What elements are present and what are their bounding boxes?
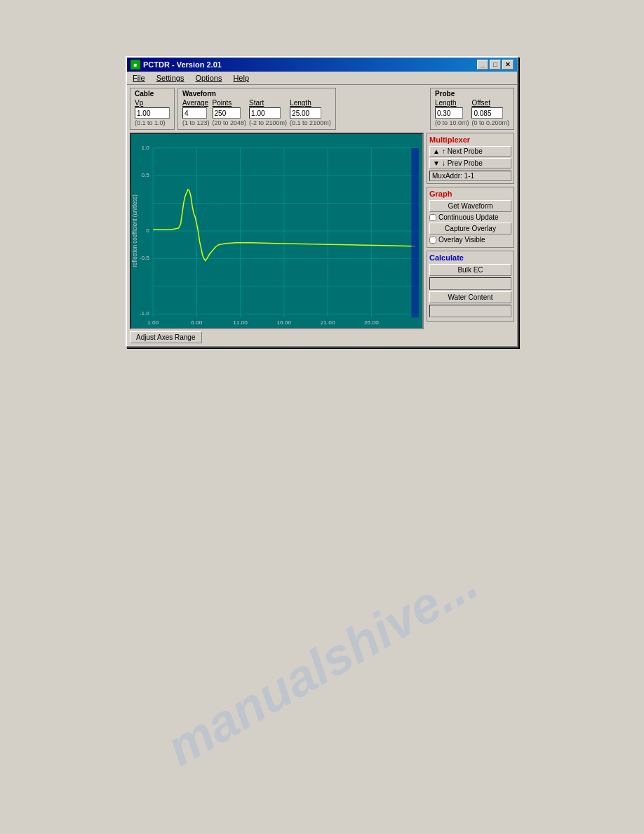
bulk-ec-button[interactable]: Bulk EC	[429, 264, 511, 276]
multiplexer-title: Multiplexer	[429, 135, 511, 144]
svg-text:6.00: 6.00	[191, 319, 203, 326]
probe-offset-label: Offset	[471, 99, 490, 107]
mux-buttons: ▲ ↑ Next Probe ▼ ↓ Prev Probe	[429, 146, 511, 168]
calculate-section: Calculate Bulk EC Water Content	[427, 251, 514, 322]
window-title: PCTDR - Version 2.01	[143, 60, 222, 69]
overlay-visible-checkbox[interactable]	[429, 237, 436, 244]
probe-label: Probe	[435, 90, 509, 98]
next-probe-button[interactable]: ▲ ↑ Next Probe	[429, 146, 511, 157]
main-window: ■ PCTDR - Version 2.01 _ □ ✕ File Settin…	[126, 56, 518, 348]
overlay-visible-label: Overlay Visible	[438, 236, 485, 244]
water-content-button[interactable]: Water Content	[429, 291, 511, 303]
continuous-update-label: Continuous Update	[438, 213, 499, 221]
overlay-visible-row: Overlay Visible	[429, 236, 511, 244]
title-bar: ■ PCTDR - Version 2.01 _ □ ✕	[127, 58, 517, 72]
menu-bar: File Settings Options Help	[127, 72, 517, 85]
vp-input[interactable]	[135, 107, 170, 119]
adjust-axes-button[interactable]: Adjust Axes Range	[130, 331, 202, 343]
probe-length-range: (0 to 10.0m)	[435, 119, 469, 126]
probe-fields: Length (0 to 10.0m) Offset (0 to 0.200m)	[435, 99, 509, 126]
bulk-ec-result	[429, 277, 511, 290]
title-buttons: _ □ ✕	[477, 60, 514, 70]
start-label: Start	[249, 99, 264, 107]
continuous-update-checkbox[interactable]	[429, 214, 436, 221]
right-panel: Multiplexer ▲ ↑ Next Probe ▼ ↓ Prev Prob…	[427, 133, 514, 343]
menu-settings[interactable]: Settings	[154, 73, 187, 83]
start-range: (-2 to 2100m)	[249, 119, 287, 126]
vp-range: (0.1 to 1.0)	[135, 119, 166, 126]
body-area: 1.0 0.5 0 -0.5 -1.0 1.00 6.00 11.00 16.0…	[130, 133, 514, 343]
svg-text:-1.0: -1.0	[140, 310, 150, 317]
probe-length-input[interactable]	[435, 107, 463, 119]
params-row: Cable Vp (0.1 to 1.0) Waveform Av	[130, 88, 514, 130]
menu-file[interactable]: File	[130, 73, 147, 83]
capture-overlay-button[interactable]: Capture Overlay	[429, 223, 511, 234]
menu-options[interactable]: Options	[193, 73, 224, 83]
close-button[interactable]: ✕	[502, 60, 514, 70]
graph-title: Graph	[429, 190, 511, 198]
length-range: (0.1 to 2100m)	[290, 119, 331, 126]
average-field: Average (1 to 123)	[182, 99, 210, 126]
chart-container: 1.0 0.5 0 -0.5 -1.0 1.00 6.00 11.00 16.0…	[130, 133, 424, 329]
multiplexer-section: Multiplexer ▲ ↑ Next Probe ▼ ↓ Prev Prob…	[427, 133, 514, 184]
minimize-button[interactable]: _	[477, 60, 488, 70]
prev-probe-label: ↓ Prev Probe	[442, 159, 483, 167]
svg-text:reflection coefficient (unitle: reflection coefficient (unitless)	[132, 194, 138, 267]
average-input[interactable]	[182, 107, 207, 119]
vp-label: Vp	[135, 99, 143, 107]
waveform-group: Waveform Average (1 to 123) Points (20 t…	[177, 88, 336, 130]
maximize-button[interactable]: □	[490, 60, 501, 70]
average-label: Average	[182, 99, 208, 107]
calculate-title: Calculate	[429, 253, 511, 262]
down-arrow-icon: ▼	[433, 159, 440, 167]
length-input[interactable]	[290, 107, 321, 119]
cable-vp-field: Vp (0.1 to 1.0)	[135, 99, 170, 126]
svg-text:1.00: 1.00	[147, 319, 159, 326]
points-range: (20 to 2048)	[213, 119, 247, 126]
svg-text:0.5: 0.5	[141, 172, 149, 178]
probe-length-field: Length (0 to 10.0m)	[435, 99, 469, 126]
prev-probe-button[interactable]: ▼ ↓ Prev Probe	[429, 158, 511, 168]
chart-area: 1.0 0.5 0 -0.5 -1.0 1.00 6.00 11.00 16.0…	[130, 133, 424, 343]
get-waveform-button[interactable]: Get Waveform	[429, 200, 511, 212]
svg-text:11.00: 11.00	[233, 319, 248, 326]
svg-text:-0.5: -0.5	[140, 256, 150, 262]
water-content-result	[429, 305, 511, 317]
probe-length-label: Length	[435, 99, 457, 107]
points-field: Points (20 to 2048)	[213, 99, 247, 126]
svg-text:1.0: 1.0	[141, 145, 149, 151]
probe-offset-field: Offset (0 to 0.200m)	[471, 99, 509, 126]
graph-section: Graph Get Waveform Continuous Update Cap…	[427, 187, 514, 248]
continuous-update-row: Continuous Update	[429, 213, 511, 221]
app-icon: ■	[130, 60, 140, 70]
mux-addr-display: MuxAddr: 1-1	[429, 171, 511, 181]
length-field: Length (0.1 to 2100m)	[290, 99, 331, 126]
up-arrow-icon: ▲	[433, 147, 440, 155]
svg-text:distance (meters): distance (meters)	[262, 326, 307, 328]
svg-rect-28	[411, 148, 418, 318]
cable-fields: Vp (0.1 to 1.0)	[135, 99, 170, 126]
chart-svg: 1.0 0.5 0 -0.5 -1.0 1.00 6.00 11.00 16.0…	[131, 134, 422, 328]
cable-label: Cable	[135, 90, 170, 98]
next-probe-label: ↑ Next Probe	[442, 147, 483, 155]
svg-text:21.00: 21.00	[321, 319, 335, 326]
probe-group: Probe Length (0 to 10.0m) Offset (0 to 0…	[430, 88, 514, 130]
waveform-label: Waveform	[182, 90, 331, 98]
svg-text:26.00: 26.00	[364, 319, 379, 326]
start-input[interactable]	[249, 107, 281, 119]
menu-help[interactable]: Help	[231, 73, 251, 83]
points-label: Points	[213, 99, 232, 107]
watermark: manualshive...	[157, 552, 488, 776]
points-input[interactable]	[213, 107, 241, 119]
title-bar-left: ■ PCTDR - Version 2.01	[130, 60, 222, 70]
svg-text:0: 0	[146, 227, 149, 234]
average-range: (1 to 123)	[182, 119, 210, 126]
main-content: Cable Vp (0.1 to 1.0) Waveform Av	[127, 85, 517, 346]
waveform-fields: Average (1 to 123) Points (20 to 2048) S…	[182, 99, 331, 126]
svg-text:16.00: 16.00	[277, 319, 292, 326]
start-field: Start (-2 to 2100m)	[249, 99, 287, 126]
probe-offset-range: (0 to 0.200m)	[471, 119, 509, 126]
cable-group: Cable Vp (0.1 to 1.0)	[130, 88, 175, 130]
probe-offset-input[interactable]	[471, 107, 503, 119]
length-label: Length	[290, 99, 311, 107]
